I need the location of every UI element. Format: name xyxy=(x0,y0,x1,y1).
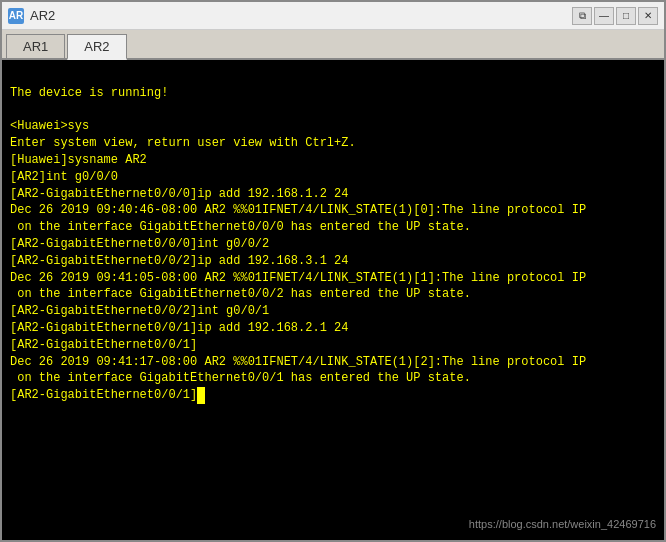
terminal-line-12: on the interface GigabitEthernet0/0/2 ha… xyxy=(10,287,471,301)
terminal-output: The device is running! <Huawei>sys Enter… xyxy=(10,68,656,421)
main-window: AR AR2 ⧉ — □ ✕ AR1 AR2 The device is run… xyxy=(0,0,666,542)
app-icon: AR xyxy=(8,8,24,24)
terminal-line-15: [AR2-GigabitEthernet0/0/1] xyxy=(10,338,197,352)
terminal-line-3: Enter system view, return user view with… xyxy=(10,136,356,150)
title-bar: AR AR2 ⧉ — □ ✕ xyxy=(2,2,664,30)
terminal-line-17: on the interface GigabitEthernet0/0/1 ha… xyxy=(10,371,471,385)
window-controls: ⧉ — □ ✕ xyxy=(572,7,658,25)
minimize-button[interactable]: — xyxy=(594,7,614,25)
terminal-line-10: [AR2-GigabitEthernet0/0/2]ip add 192.168… xyxy=(10,254,348,268)
terminal-line-11: Dec 26 2019 09:41:05-08:00 AR2 %%01IFNET… xyxy=(10,271,586,285)
restore-button[interactable]: ⧉ xyxy=(572,7,592,25)
tab-bar: AR1 AR2 xyxy=(2,30,664,60)
terminal-line-18: [AR2-GigabitEthernet0/0/1] xyxy=(10,388,205,402)
terminal-line-8: on the interface GigabitEthernet0/0/0 ha… xyxy=(10,220,471,234)
terminal-line-2: <Huawei>sys xyxy=(10,119,89,133)
terminal-line-13: [AR2-GigabitEthernet0/0/2]int g0/0/1 xyxy=(10,304,269,318)
terminal-line-4: [Huawei]sysname AR2 xyxy=(10,153,147,167)
terminal-line-16: Dec 26 2019 09:41:17-08:00 AR2 %%01IFNET… xyxy=(10,355,586,369)
terminal-area[interactable]: The device is running! <Huawei>sys Enter… xyxy=(2,60,664,540)
terminal-line-14: [AR2-GigabitEthernet0/0/1]ip add 192.168… xyxy=(10,321,348,335)
terminal-line-1: The device is running! xyxy=(10,86,168,100)
title-bar-left: AR AR2 xyxy=(8,8,55,24)
maximize-button[interactable]: □ xyxy=(616,7,636,25)
terminal-line-6: [AR2-GigabitEthernet0/0/0]ip add 192.168… xyxy=(10,187,348,201)
watermark-text: https://blog.csdn.net/weixin_42469716 xyxy=(469,517,656,532)
terminal-line-5: [AR2]int g0/0/0 xyxy=(10,170,118,184)
window-title: AR2 xyxy=(30,8,55,23)
tab-ar2[interactable]: AR2 xyxy=(67,34,126,60)
tab-ar1[interactable]: AR1 xyxy=(6,34,65,58)
close-button[interactable]: ✕ xyxy=(638,7,658,25)
terminal-line-9: [AR2-GigabitEthernet0/0/0]int g0/0/2 xyxy=(10,237,269,251)
terminal-line-7: Dec 26 2019 09:40:46-08:00 AR2 %%01IFNET… xyxy=(10,203,586,217)
